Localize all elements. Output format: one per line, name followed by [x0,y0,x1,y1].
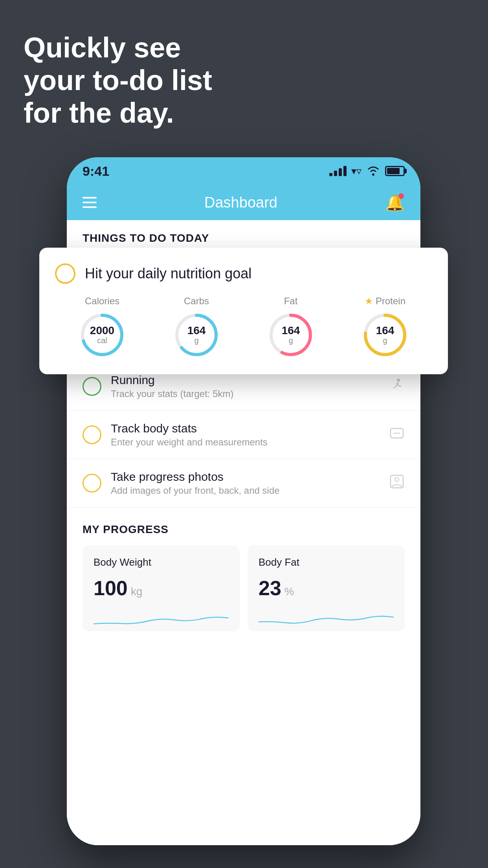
status-icons: ▾▿ [329,165,405,177]
progress-title: MY PROGRESS [83,523,405,536]
hamburger-menu[interactable] [83,197,97,208]
battery-icon [385,166,405,176]
body-fat-value: 23 % [259,576,394,600]
todo-circle-bodystats [83,425,101,444]
nutrition-card-header: Hit your daily nutrition goal [55,263,432,284]
carbs-unit: g [187,336,206,345]
carbs-ring: 164 g [173,311,220,359]
calories-stat: Calories 2000 cal [79,296,126,359]
carbs-stat: Carbs 164 g [173,296,220,359]
things-today-title: THINGS TO DO TODAY [83,232,405,245]
todo-subtitle-photos: Add images of your front, back, and side [111,485,380,496]
fat-value: 164 [282,325,300,336]
person-icon [389,474,405,493]
body-weight-sparkline [94,606,229,630]
running-icon [389,377,405,396]
hero-line-3: for the day. [24,97,212,129]
status-bar: 9:41 ▾▿ [67,157,420,185]
protein-stat: ★ Protein 164 g [361,296,409,359]
header-title: Dashboard [204,194,277,211]
hero-line-2: your to-do list [24,64,212,97]
todo-text-bodystats: Track body stats Enter your weight and m… [111,422,380,448]
body-fat-sparkline [259,606,394,630]
body-fat-title: Body Fat [259,556,394,568]
protein-ring: 164 g [361,311,409,359]
wifi-icon: ▾▿ [351,165,361,177]
progress-section: MY PROGRESS Body Weight 100 kg Body Fat [67,508,420,639]
body-fat-unit: % [284,585,294,598]
todo-title-photos: Take progress photos [111,470,380,484]
wifi-icon [366,166,380,176]
nutrition-stats: Calories 2000 cal Carbs [55,296,432,359]
carbs-label: Carbs [184,296,209,307]
progress-cards: Body Weight 100 kg Body Fat 23 % [83,545,405,631]
body-weight-value: 100 kg [94,576,229,600]
fat-stat: Fat 164 g [267,296,314,359]
body-fat-card[interactable]: Body Fat 23 % [248,545,405,631]
calories-unit: cal [90,336,114,345]
scale-icon [389,425,405,445]
body-fat-number: 23 [259,576,281,600]
todo-list: Running Track your stats (target: 5km) T… [67,362,420,508]
notification-badge [398,193,404,199]
todo-circle-photos [83,474,101,493]
app-header: Dashboard 🔔 [67,185,420,220]
svg-point-4 [395,478,399,482]
calories-label: Calories [85,296,119,307]
notification-button[interactable]: 🔔 [385,193,405,212]
body-weight-card[interactable]: Body Weight 100 kg [83,545,240,631]
nutrition-card: Hit your daily nutrition goal Calories 2… [39,248,448,374]
hero-line-1: Quickly see [24,31,212,64]
todo-subtitle-bodystats: Enter your weight and measurements [111,437,380,448]
todo-text-photos: Take progress photos Add images of your … [111,470,380,496]
todo-item-photos[interactable]: Take progress photos Add images of your … [67,459,420,508]
todo-text-running: Running Track your stats (target: 5km) [111,373,380,399]
nutrition-title: Hit your daily nutrition goal [85,265,251,282]
body-weight-number: 100 [94,576,128,600]
todo-item-bodystats[interactable]: Track body stats Enter your weight and m… [67,411,420,459]
todo-title-running: Running [111,373,380,387]
protein-label: ★ Protein [365,296,405,307]
fat-label: Fat [284,296,298,307]
status-time: 9:41 [83,164,109,179]
svg-point-0 [372,173,374,176]
todo-subtitle-running: Track your stats (target: 5km) [111,388,380,399]
signal-icon [329,166,347,176]
calories-ring: 2000 cal [79,311,126,359]
todo-title-bodystats: Track body stats [111,422,380,435]
calories-value: 2000 [90,325,114,336]
nutrition-radio[interactable] [55,263,75,284]
body-weight-title: Body Weight [94,556,229,568]
fat-ring: 164 g [267,311,314,359]
fat-unit: g [282,336,300,345]
body-weight-unit: kg [131,585,143,598]
carbs-value: 164 [187,325,206,336]
protein-value: 164 [376,325,394,336]
hero-text: Quickly see your to-do list for the day. [24,31,212,129]
star-icon: ★ [365,296,373,307]
todo-circle-running [83,377,101,396]
protein-unit: g [376,336,394,345]
